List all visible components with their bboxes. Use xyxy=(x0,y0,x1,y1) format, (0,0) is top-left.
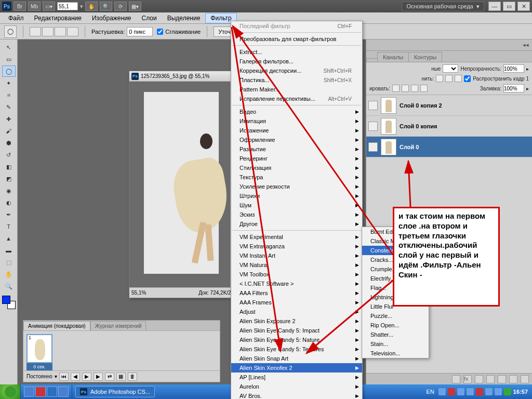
menu-item[interactable]: Искажение▶ xyxy=(231,126,362,135)
menu-item[interactable]: Aurelon▶ xyxy=(231,382,362,391)
menu-layers[interactable]: Слои xyxy=(137,13,162,23)
opacity-input[interactable] xyxy=(503,64,524,73)
tween-button[interactable]: ⇄ xyxy=(105,373,114,381)
fg-color[interactable] xyxy=(2,296,10,304)
prev-frame-button[interactable]: ◀ xyxy=(71,373,80,381)
menu-item[interactable]: Другое▶ xyxy=(231,219,362,229)
menu-item[interactable]: Штрихи▶ xyxy=(231,191,362,201)
submenu-item[interactable]: Shatter... xyxy=(362,330,429,339)
menu-item[interactable]: Pattern Maker... xyxy=(231,85,362,94)
taskbar-item-photoshop[interactable]: Ps Adobe Photoshop CS... xyxy=(75,386,155,397)
selection-sub[interactable] xyxy=(55,27,66,36)
loop-selector[interactable]: Постоянно xyxy=(26,374,52,379)
adjustment-icon[interactable] xyxy=(486,375,495,383)
layer-thumbnail[interactable] xyxy=(381,97,396,114)
maximize-button[interactable]: ▭ xyxy=(503,2,515,11)
selection-add[interactable] xyxy=(42,27,54,36)
layer-thumbnail[interactable] xyxy=(381,118,396,135)
menu-item[interactable]: VM Toolbox▶ xyxy=(231,270,362,279)
antialias-checkbox[interactable]: Сглаживание xyxy=(157,29,201,35)
visibility-toggle[interactable] xyxy=(368,142,378,152)
panel-collapse-button[interactable]: ◂◂ xyxy=(366,39,532,51)
document-title-bar[interactable]: Ps 1257239365_53.jpg @ 55,1% xyxy=(129,71,237,82)
path-select-icon[interactable]: ▲ xyxy=(2,233,16,244)
eraser-tool-icon[interactable]: ◧ xyxy=(2,161,16,172)
healing-tool-icon[interactable]: ✚ xyxy=(2,113,16,125)
move-tool-icon[interactable]: ↖ xyxy=(2,42,16,53)
menu-item[interactable]: Коррекция дисторсии...Shift+Ctrl+R xyxy=(231,66,362,75)
submenu-item[interactable]: Puzzle... xyxy=(362,311,429,321)
unify-vis-icon[interactable] xyxy=(445,75,453,82)
submenu-item[interactable]: Stain... xyxy=(362,339,429,349)
tab-layers-hidden[interactable] xyxy=(366,58,378,62)
menu-edit[interactable]: Редактирование xyxy=(29,13,87,23)
menu-item[interactable]: Видео▶ xyxy=(231,107,362,116)
new-layer-icon[interactable] xyxy=(509,375,517,383)
start-button[interactable] xyxy=(0,384,21,399)
lock-all-icon[interactable] xyxy=(420,85,428,92)
animation-frame[interactable]: 1 0 сек. xyxy=(26,334,52,370)
hand-tool2-icon[interactable]: ✋ xyxy=(2,269,16,280)
tab-animation[interactable]: Анимация (покадровая) xyxy=(23,321,90,330)
menu-item[interactable]: Пластика...Shift+Ctrl+X xyxy=(231,75,362,85)
menu-item[interactable]: Шум▶ xyxy=(231,201,362,210)
type-tool-icon[interactable]: T xyxy=(2,221,16,232)
dodge-tool-icon[interactable]: ◐ xyxy=(2,197,16,208)
menu-file[interactable]: Файл xyxy=(3,13,29,23)
menu-item[interactable]: Adjust▶ xyxy=(231,307,362,316)
menu-image[interactable]: Изображение xyxy=(87,13,137,23)
propagate-checkbox[interactable] xyxy=(464,75,471,82)
menu-item[interactable]: Усиление резкости▶ xyxy=(231,182,362,191)
delete-frame-button[interactable]: 🗑 xyxy=(128,373,137,381)
menu-item[interactable]: Extract... xyxy=(231,47,362,57)
layer-name[interactable]: Слой 0 копия xyxy=(400,123,437,129)
menu-item[interactable]: Alien Skin Xenofex 2▶ xyxy=(231,363,362,373)
menu-item[interactable]: VM Experimental▶ xyxy=(231,232,362,242)
tray-icon[interactable] xyxy=(495,388,502,395)
submenu-item[interactable]: Television... xyxy=(362,349,429,358)
menu-item[interactable]: AAA Filters▶ xyxy=(231,288,362,298)
pen-tool-icon[interactable]: ✒ xyxy=(2,209,16,220)
menu-item[interactable]: < I.C.NET Software >▶ xyxy=(231,279,362,288)
tab-paths[interactable]: Контуры xyxy=(408,52,442,62)
menu-item[interactable]: Имитация▶ xyxy=(231,116,362,126)
menu-item[interactable]: Галерея фильтров... xyxy=(231,57,362,66)
new-frame-button[interactable]: ▦ xyxy=(116,373,126,381)
stamp-tool-icon[interactable]: ⬢ xyxy=(2,137,16,149)
arrange-docs-icon[interactable]: ▦▾ xyxy=(129,2,141,11)
first-frame-button[interactable]: ⏮ xyxy=(59,373,69,381)
menu-recent-filter[interactable]: Последний фильтрCtrl+F xyxy=(231,21,362,31)
selection-int[interactable] xyxy=(67,27,78,36)
minibridge-button[interactable]: Mb xyxy=(28,2,41,11)
minimize-button[interactable]: — xyxy=(488,2,501,11)
next-frame-button[interactable]: ▶ xyxy=(94,373,103,381)
layer-thumbnail[interactable] xyxy=(381,139,396,155)
menu-item[interactable]: Alien Skin Snap Art▶ xyxy=(231,354,362,363)
tray-icon[interactable] xyxy=(457,388,464,395)
zoom-arrow[interactable]: ▾ xyxy=(80,3,83,10)
close-button[interactable]: ✕ xyxy=(517,2,530,11)
menu-item[interactable]: AV Bros.▶ xyxy=(231,391,362,399)
layer-row[interactable]: Слой 0 копия xyxy=(366,116,532,137)
rotate-view-icon[interactable]: ⟳ xyxy=(114,2,127,11)
zoom-input[interactable] xyxy=(57,2,78,10)
lock-move-icon[interactable] xyxy=(411,85,418,92)
tray-icon[interactable] xyxy=(485,388,493,395)
menu-item[interactable]: Размытие▶ xyxy=(231,144,362,154)
frame-delay[interactable]: 0 сек. xyxy=(26,363,52,370)
tray-icon[interactable] xyxy=(448,388,455,395)
ql-desktop-icon[interactable] xyxy=(58,387,69,397)
menu-item[interactable]: Alien Skin Exposure 2▶ xyxy=(231,316,362,326)
color-swatches[interactable] xyxy=(2,296,16,309)
marquee-tool-icon[interactable]: ▭ xyxy=(2,54,16,65)
shape-tool-icon[interactable]: ▬ xyxy=(2,245,16,256)
feather-input[interactable] xyxy=(127,27,153,36)
zoom-tool2-icon[interactable]: 🔍 xyxy=(2,281,16,292)
menu-item[interactable]: Эскиз▶ xyxy=(231,210,362,219)
tab-channels[interactable]: Каналы xyxy=(377,52,409,62)
play-button[interactable]: ▶ xyxy=(82,373,91,381)
menu-item[interactable]: Стилизация▶ xyxy=(231,163,362,172)
tab-measurement-log[interactable]: Журнал измерений xyxy=(90,321,147,330)
taskbar-clock[interactable]: 16:57 xyxy=(513,389,528,395)
menu-item[interactable]: Текстура▶ xyxy=(231,172,362,182)
